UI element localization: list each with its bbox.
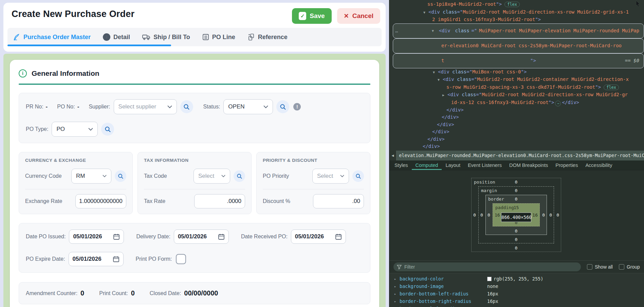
dom-tree-row[interactable]: </div> bbox=[389, 143, 644, 150]
po-expire-date-field[interactable]: 05/01/2026 bbox=[69, 252, 124, 266]
devtools-tab-styles[interactable]: Styles bbox=[391, 160, 412, 170]
expand-arrow-icon[interactable]: ▶ bbox=[442, 91, 447, 99]
exchange-rate-input[interactable] bbox=[75, 194, 126, 208]
group-toggle[interactable]: Group bbox=[619, 264, 640, 270]
dom-tree-row[interactable]: ▼<div class="MuiGrid2-root MuiGrid2-cont… bbox=[389, 76, 644, 84]
tax-code-label: Tax Code bbox=[144, 173, 167, 179]
expand-arrow-icon[interactable]: ▸ bbox=[394, 292, 400, 296]
dom-tree-row[interactable]: </div> bbox=[389, 136, 644, 143]
dom-tree-row[interactable]: </div> bbox=[389, 121, 644, 129]
expand-arrow-icon[interactable]: ▸ bbox=[394, 285, 400, 288]
show-all-checkbox[interactable] bbox=[587, 264, 592, 270]
tab-ship-bill-to[interactable]: Ship / Bill To bbox=[142, 34, 190, 41]
po-priority-select[interactable]: Select bbox=[312, 169, 349, 184]
dom-tree-row[interactable]: </div> bbox=[389, 106, 644, 114]
margin-top: 0 bbox=[479, 188, 554, 193]
group-checkbox[interactable] bbox=[619, 264, 624, 270]
computed-filter-bar: Filter Show all Group bbox=[389, 260, 644, 273]
computed-property-row[interactable]: ▸border-top-left-radius16px bbox=[389, 305, 644, 307]
collapsed-content-icon[interactable]: ⋯ bbox=[555, 101, 561, 106]
dom-tree-row[interactable]: …▼<div class="MuiPaper-root MuiPaper-ele… bbox=[393, 23, 644, 38]
tax-rate-input[interactable] bbox=[194, 194, 245, 208]
flex-badge[interactable]: flex bbox=[604, 85, 619, 90]
dom-tree-row[interactable]: ▶<div class="MuiBox-root css-0" role="ta… bbox=[389, 150, 644, 151]
po-header-group: PR No: - PO No: - Supplier: Select suppl… bbox=[19, 93, 370, 143]
box-model-margin: margin 0 0 0 0 border 0 0 0 0 padding 15 bbox=[478, 186, 554, 243]
print-po-form-checkbox[interactable] bbox=[176, 254, 186, 264]
computed-property-row[interactable]: ▸border-bottom-right-radius16px bbox=[389, 297, 644, 305]
tab-purchase-order-master[interactable]: Purchase Order Master bbox=[13, 33, 91, 41]
tab-po-line[interactable]: PO Line bbox=[202, 34, 235, 41]
header-actions: ✓ Save ✕ Cancel bbox=[292, 8, 380, 24]
truck-icon bbox=[142, 34, 150, 40]
devtools-tab-computed[interactable]: Computed bbox=[412, 160, 442, 170]
dom-tree-row[interactable]: 2 imgGird1 css-16fnxy3-MuiGrid2-root"> bbox=[389, 16, 644, 23]
pr-no-value: - bbox=[46, 103, 48, 110]
print-count-value: 0 bbox=[131, 289, 135, 297]
tab-label: PO Line bbox=[212, 34, 235, 41]
dom-tree-row[interactable]: ▶<div class="MuiGrid2-root MuiGrid2-dire… bbox=[389, 91, 644, 99]
supplier-label: Supplier: bbox=[89, 104, 110, 110]
tab-reference[interactable]: Reference bbox=[247, 33, 288, 41]
dom-tree-row[interactable]: </div> bbox=[389, 128, 644, 136]
discount-input[interactable] bbox=[313, 194, 364, 208]
tab-detail[interactable]: i Detail bbox=[103, 33, 130, 41]
currency-search-button[interactable] bbox=[115, 170, 126, 182]
devtools-tab-event-listeners[interactable]: Event Listeners bbox=[464, 160, 505, 170]
po-type-search-button[interactable] bbox=[101, 123, 114, 136]
dom-tree-row[interactable]: s-row MuiGrid2-spacing-xs-3 css-dkd71f-M… bbox=[389, 84, 644, 91]
section-title: General Information bbox=[32, 69, 99, 78]
currency-code-select[interactable]: RM bbox=[71, 169, 111, 184]
position-right: 0 bbox=[556, 212, 559, 218]
expand-arrow-icon[interactable]: ▸ bbox=[394, 300, 400, 303]
supplier-search-button[interactable] bbox=[180, 100, 193, 113]
show-all-toggle[interactable]: Show all bbox=[587, 264, 613, 270]
date-po-issued-field[interactable]: 05/01/2026 bbox=[69, 229, 124, 244]
dom-tree-row[interactable]: ss-1pi8xg4-MuiGrid2-root">flex bbox=[389, 1, 644, 8]
box-model-diagram[interactable]: position 0 0 0 0 margin 0 0 0 0 border 0… bbox=[471, 178, 561, 252]
delivery-date-field[interactable]: 05/01/2026 bbox=[174, 229, 229, 244]
date-received-po-field[interactable]: 05/01/2026 bbox=[291, 229, 346, 244]
computed-property-row[interactable]: ▸border-bottom-left-radius16px bbox=[389, 290, 644, 297]
devtools-tab-properties[interactable]: Properties bbox=[552, 160, 582, 170]
flex-badge[interactable]: flex bbox=[504, 2, 520, 7]
status-select[interactable]: OPEN bbox=[223, 99, 273, 114]
devtools-tab-dom-breakpoints[interactable]: DOM Breakpoints bbox=[505, 160, 552, 170]
dom-tree-row[interactable]: id-xs-12 css-16fnxy3-MuiGrid2-root">⋯</d… bbox=[389, 99, 644, 106]
devtools-tab-accessibility[interactable]: Accessibility bbox=[582, 160, 616, 170]
close-icon: ✕ bbox=[344, 12, 349, 20]
dom-tree-row[interactable]: </div> bbox=[389, 114, 644, 121]
row-options-icon[interactable]: … bbox=[395, 27, 398, 35]
exclamation-icon: ! bbox=[293, 103, 301, 110]
computed-property-row[interactable]: ▸background-colorrgb(255, 255, 255) bbox=[389, 275, 644, 283]
chevron-down-icon bbox=[88, 128, 93, 131]
border-bottom: 0 bbox=[486, 228, 547, 234]
po-type-select[interactable]: PO bbox=[52, 122, 98, 137]
currency-exchange-column: CURRENCY & EXCHANGE Currency Code RM Ex bbox=[19, 152, 133, 214]
cancel-button[interactable]: ✕ Cancel bbox=[337, 8, 380, 24]
breadcrumb-back-button[interactable]: ◀ bbox=[389, 151, 397, 160]
po-priority-search-button[interactable] bbox=[352, 170, 364, 182]
expand-arrow-icon[interactable]: ▼ bbox=[438, 76, 443, 84]
tax-code-select[interactable]: Select bbox=[194, 169, 230, 184]
supplier-select[interactable]: Select supplier bbox=[114, 99, 177, 114]
pr-no-label: PR No: bbox=[26, 104, 43, 110]
status-search-button[interactable] bbox=[276, 100, 289, 113]
dom-tree-row[interactable]: ▼<div class="MuiGrid2-root MuiGrid2-dire… bbox=[389, 8, 644, 16]
dom-tree-row[interactable]: er-elevation0 MuiCard-root css-2s58ym-Mu… bbox=[393, 38, 644, 53]
dom-tree-row[interactable]: t"> == $0 bbox=[393, 53, 644, 68]
expand-arrow-icon[interactable]: ▸ bbox=[394, 277, 400, 281]
devtools-tab-layout[interactable]: Layout bbox=[442, 160, 464, 170]
chevron-down-icon bbox=[167, 105, 172, 108]
expand-arrow-icon[interactable]: ▼ bbox=[432, 27, 437, 35]
dom-tree-row[interactable]: ▼<div class="MuiBox-root css-0"> bbox=[389, 68, 644, 76]
filter-input[interactable]: Filter bbox=[393, 262, 581, 271]
box-model-content-size: 866.400×560 bbox=[501, 212, 531, 222]
tax-code-search-button[interactable] bbox=[234, 170, 245, 182]
expand-arrow-icon[interactable]: ▼ bbox=[423, 9, 428, 16]
tab-bar: Purchase Order Master i Detail Ship / Bi… bbox=[7, 28, 382, 46]
save-button[interactable]: ✓ Save bbox=[292, 8, 331, 24]
computed-property-row[interactable]: ▸background-imagenone bbox=[389, 283, 644, 290]
expand-arrow-icon[interactable]: ▼ bbox=[433, 69, 438, 76]
date-received-po-label: Date Received PO: bbox=[241, 234, 288, 240]
